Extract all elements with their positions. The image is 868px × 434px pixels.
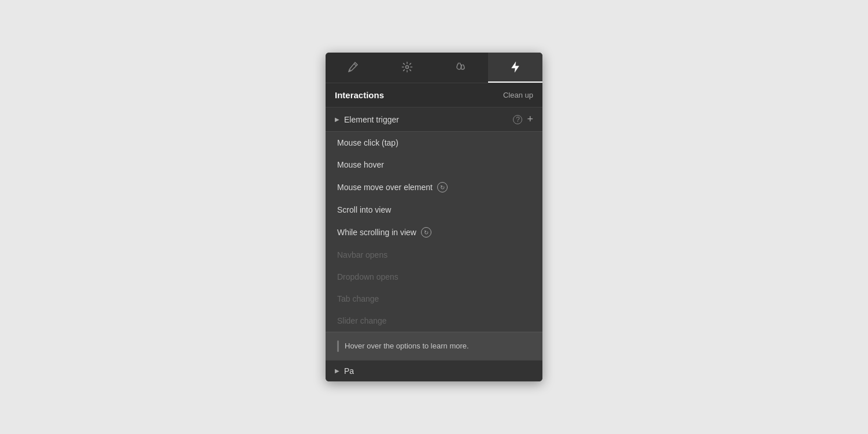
info-text: Hover over the options to learn more. (345, 340, 469, 352)
menu-item-scroll-into-view[interactable]: Scroll into view (326, 199, 542, 221)
element-trigger-label: Element trigger (344, 115, 509, 124)
color-tab[interactable] (434, 53, 489, 83)
lightning-icon (510, 61, 520, 73)
menu-item-slider-change: Slider change (326, 310, 542, 332)
page-trigger-row[interactable]: ▶ Pa (326, 360, 542, 381)
element-trigger-row[interactable]: ▶ Element trigger ? + (326, 107, 542, 131)
add-trigger-icon[interactable]: + (527, 113, 533, 125)
menu-item-tab-change: Tab change (326, 288, 542, 310)
menu-item-dropdown-opens: Dropdown opens (326, 266, 542, 288)
loop-icon-mouse-move: ↻ (437, 182, 448, 192)
toolbar (326, 53, 542, 83)
menu-item-mouse-hover[interactable]: Mouse hover (326, 154, 542, 176)
cleanup-button[interactable]: Clean up (503, 91, 533, 99)
menu-item-mouse-click[interactable]: Mouse click (tap) (326, 132, 542, 154)
loop-icon-while-scrolling: ↻ (421, 227, 431, 238)
chevron-right-icon-page: ▶ (335, 368, 339, 374)
interactions-tab[interactable] (488, 53, 542, 83)
info-border (337, 340, 339, 352)
gear-icon (401, 61, 413, 73)
help-icon[interactable]: ? (513, 115, 522, 124)
brush-tab[interactable] (326, 53, 380, 83)
settings-tab[interactable] (380, 53, 434, 83)
menu-item-navbar-opens: Navbar opens (326, 244, 542, 266)
info-box: Hover over the options to learn more. (326, 332, 542, 360)
chevron-right-icon: ▶ (335, 116, 339, 123)
brush-icon (347, 61, 359, 73)
interactions-panel: Interactions Clean up ▶ Element trigger … (326, 53, 542, 381)
menu-item-while-scrolling[interactable]: While scrolling in view ↻ (326, 221, 542, 244)
trigger-dropdown: Mouse click (tap) Mouse hover Mouse move… (326, 131, 542, 360)
page-trigger-label: Pa (344, 366, 354, 376)
drops-icon (455, 62, 467, 72)
panel-title: Interactions (335, 90, 384, 100)
svg-point-0 (405, 66, 408, 69)
panel-header: Interactions Clean up (326, 83, 542, 107)
menu-item-mouse-move[interactable]: Mouse move over element ↻ (326, 176, 542, 199)
